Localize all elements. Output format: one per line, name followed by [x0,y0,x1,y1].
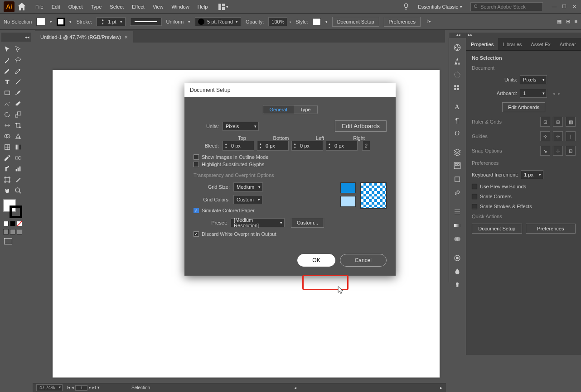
lasso-tool[interactable] [13,55,23,65]
arrange-docs-icon[interactable]: ▾ [218,4,228,10]
stroke-weight-input[interactable]: ▴▾ 1 pt ▾ [97,17,125,26]
scale-tool[interactable] [13,110,23,120]
dlg-edit-artboards[interactable]: Edit Artboards [335,120,387,132]
props-edit-artboards[interactable]: Edit Artboards [502,102,545,112]
last-artboard-icon[interactable]: ▸I [92,385,96,391]
color-guide-icon[interactable] [453,57,462,65]
bleed-right-input[interactable]: ▴▾0 px [326,141,358,151]
selection-tool[interactable] [2,44,12,54]
menu-window[interactable]: Window [168,2,193,11]
first-artboard-icon[interactable]: I◂ [67,385,71,391]
draw-behind[interactable] [10,229,15,234]
tab-artboards[interactable]: Artboar [555,38,581,50]
search-input[interactable]: Search Adobe Stock [470,2,543,11]
preview-bounds-checkbox[interactable]: Use Preview Bounds [472,184,576,189]
zoom-tool[interactable] [13,186,23,196]
brush-selector[interactable]: 5 pt. Round ▾ [195,17,241,26]
custom-button[interactable]: Custom... [291,218,324,228]
toolbar-collapse[interactable]: ◂◂ [1,33,31,42]
menu-object[interactable]: Object [65,2,87,11]
tab-close-icon[interactable]: × [125,34,127,40]
snap-point-icon[interactable]: ↘ [540,146,550,156]
document-tab[interactable]: Untitled-1 @ 47,74% (RGB/Preview) × [35,31,133,43]
layout-icon-2[interactable]: ⊞ [566,19,570,24]
scroll-right-icon[interactable]: ▸ [440,385,442,390]
strip-collapse[interactable]: ◂◂ [450,33,466,38]
props-artboard-select[interactable]: 1 [520,89,547,98]
next-artboard-icon-status[interactable]: ▸ [89,385,91,391]
snap-grid-icon[interactable]: ⊹ [553,146,563,156]
opentype-panel-icon[interactable]: O [453,129,462,137]
column-graph-tool[interactable] [13,164,23,174]
stroke-panel-icon[interactable] [453,208,462,216]
screen-mode-icon[interactable] [4,238,12,244]
prev-artboard-icon-status[interactable]: ◂ [72,385,74,391]
gradient-panel-icon[interactable] [453,221,462,229]
menu-select[interactable]: Select [106,2,127,11]
color-white[interactable] [3,221,9,226]
draw-inside[interactable] [17,229,22,234]
highlight-glyphs-checkbox[interactable]: Highlight Substituted Glyphs [194,162,387,167]
shape-builder-tool[interactable] [2,131,12,141]
scale-corners-checkbox[interactable]: Scale Corners [472,194,576,199]
width-tool[interactable] [2,120,12,130]
free-transform-tool[interactable] [13,120,23,130]
next-artboard-icon[interactable]: ▸ [558,91,561,96]
curvature-tool[interactable] [13,66,23,76]
align-icon[interactable]: ⟟▾ [427,19,431,24]
ok-button[interactable]: OK [297,254,335,267]
show-images-checkbox[interactable]: Show Images In Outline Mode [194,154,387,160]
menu-file[interactable]: File [32,2,47,11]
simulate-paper-checkbox[interactable]: Simulate Colored Paper [194,208,324,213]
artboard-number[interactable]: 1 [75,385,87,391]
character-panel-icon[interactable]: A [453,103,462,111]
pen-tool[interactable] [2,66,12,76]
dlg-units-select[interactable]: Pixels [223,122,259,131]
eyedropper-tool[interactable] [2,153,12,163]
tab-libraries[interactable]: Libraries [498,38,526,50]
cancel-button[interactable]: Cancel [340,254,387,267]
scale-strokes-checkbox[interactable]: Scale Strokes & Effects [472,204,576,209]
snap-pixel-icon[interactable]: ⊡ [566,146,576,156]
transparency-panel-icon[interactable] [453,235,462,243]
transparency-grid-icon[interactable]: ▨ [566,117,576,127]
grid-size-select[interactable]: Medium [233,182,263,191]
color-panel-icon[interactable] [453,43,462,52]
paintbrush-tool[interactable] [13,88,23,98]
magic-wand-tool[interactable] [2,55,12,65]
qa-document-setup[interactable]: Document Setup [472,224,522,234]
mesh-tool[interactable] [2,142,12,152]
fill-swatch[interactable] [36,18,45,26]
paragraph-panel-icon[interactable]: ¶ [453,116,462,124]
grid-icon[interactable]: ⊞ [553,117,563,127]
zoom-select[interactable]: 47,74% [36,384,63,391]
bleed-top-input[interactable]: ▴▾0 px [223,141,254,151]
maximize-button[interactable]: ☐ [561,4,567,10]
lightbulb-icon[interactable] [402,3,410,11]
bleed-left-input[interactable]: ▴▾0 px [291,141,323,151]
slice-tool[interactable] [13,175,23,185]
perspective-tool[interactable] [13,131,23,141]
graphic-styles-icon[interactable] [453,268,462,276]
menu-edit[interactable]: Edit [48,2,64,11]
ruler-icon[interactable]: ⊡ [540,117,550,127]
scroll-left-icon[interactable]: ◂ [294,385,296,390]
props-collapse[interactable]: ▸▸ [466,33,581,38]
blend-tool[interactable] [13,153,23,163]
stroke-swatch[interactable] [57,18,65,26]
artboards-panel-icon[interactable] [453,175,462,183]
grid-color-1[interactable] [340,182,356,193]
color-black[interactable] [10,221,15,226]
menu-type[interactable]: Type [87,2,106,11]
grid-colors-select[interactable]: Custom [233,195,262,204]
props-units-select[interactable]: Pixels [520,75,547,84]
style-swatch[interactable] [313,18,321,25]
fill-stroke-indicator[interactable] [2,199,23,219]
document-setup-button[interactable]: Document Setup [332,17,379,27]
discard-overprint-checkbox[interactable]: Discard White Overprint in Output [194,231,324,237]
key-inc-input[interactable]: 1 px [521,170,543,179]
stroke-color-indicator[interactable] [10,206,22,218]
assets-panel-icon[interactable] [453,162,462,170]
close-button[interactable]: ✕ [571,4,577,10]
opacity-input[interactable]: 100% [268,17,287,26]
